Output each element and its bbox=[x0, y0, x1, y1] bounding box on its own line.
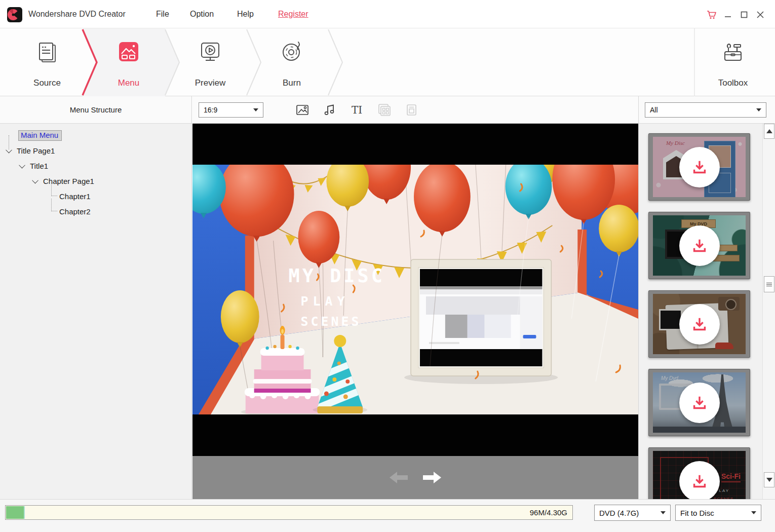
disc-type-value: DVD (4.7G) bbox=[599, 509, 639, 517]
chevron-down-icon bbox=[661, 511, 666, 514]
text-tool-icon[interactable]: TI bbox=[350, 103, 364, 117]
triangle-down-icon bbox=[766, 478, 772, 482]
image-icon[interactable] bbox=[295, 103, 309, 117]
download-button[interactable] bbox=[679, 383, 720, 423]
cart-icon[interactable] bbox=[705, 8, 718, 21]
minimize-icon[interactable] bbox=[721, 8, 734, 21]
menu-template-icon bbox=[114, 39, 143, 67]
tree-item-chapter2[interactable]: Chapter2 bbox=[0, 204, 191, 219]
step-menu[interactable]: Menu bbox=[96, 28, 162, 96]
template-filter-dropdown[interactable]: All bbox=[645, 102, 766, 118]
template-card-paris[interactable]: My Dvd bbox=[648, 369, 750, 436]
music-note-icon[interactable] bbox=[323, 103, 337, 117]
burn-disc-icon bbox=[278, 39, 306, 67]
menu-preview-canvas[interactable]: MY DISC PLAY SCENES bbox=[192, 124, 638, 499]
aspect-ratio-value: 16:9 bbox=[204, 106, 217, 114]
template-filter-header: All bbox=[639, 96, 775, 124]
app-title: Wondershare DVD Creator bbox=[28, 0, 126, 28]
tree-item-title-page1[interactable]: Title Page1 bbox=[0, 143, 191, 158]
step-burn[interactable]: Burn bbox=[259, 28, 325, 96]
tree-item-label: Title Page1 bbox=[17, 146, 55, 155]
menu-background-scene: MY DISC PLAY SCENES bbox=[192, 165, 638, 414]
tree-item-chapter1[interactable]: Chapter1 bbox=[0, 188, 191, 204]
tree-item-label: Chapter1 bbox=[59, 192, 91, 201]
template-filter-value: All bbox=[650, 106, 658, 114]
app-window: Wondershare DVD Creator File Option Help… bbox=[0, 0, 775, 532]
step-preview[interactable]: Preview bbox=[177, 28, 243, 96]
template-list: My Disc My DVD bbox=[639, 124, 762, 499]
download-icon bbox=[690, 472, 709, 491]
menu-structure-tree: Main Menu Title Page1 Title1 Chapter Pag… bbox=[0, 124, 191, 219]
menu-structure-panel: Menu Structure Main Menu Title Page1 Tit… bbox=[0, 96, 192, 499]
scrollbar-thumb[interactable] bbox=[764, 276, 774, 292]
template-card-baby-pink[interactable]: My Disc bbox=[648, 133, 750, 201]
step-burn-label: Burn bbox=[259, 78, 325, 88]
aspect-ratio-dropdown[interactable]: 16:9 bbox=[199, 102, 263, 118]
scroll-down-button[interactable] bbox=[764, 472, 774, 487]
menu-title-text[interactable]: MY DISC bbox=[289, 265, 385, 287]
scroll-up-button[interactable] bbox=[764, 124, 774, 139]
menu-option[interactable]: Option bbox=[190, 0, 214, 28]
tree-item-label: Chapter2 bbox=[59, 207, 91, 216]
step-source[interactable]: Source bbox=[14, 28, 80, 96]
menu-help[interactable]: Help bbox=[237, 0, 254, 28]
tree-item-title1[interactable]: Title1 bbox=[0, 158, 191, 173]
template-card-travel[interactable] bbox=[648, 290, 750, 358]
chevron-down-icon bbox=[253, 108, 258, 111]
fit-mode-value: Fit to Disc bbox=[680, 509, 714, 517]
menu-edit-toolbar: 16:9 TI bbox=[192, 96, 638, 124]
download-button[interactable] bbox=[679, 225, 720, 266]
triangle-up-icon bbox=[766, 129, 772, 133]
app-logo-icon bbox=[7, 7, 22, 22]
chevron-down-icon[interactable] bbox=[32, 177, 38, 183]
arrow-right-icon[interactable] bbox=[423, 472, 441, 483]
chevron-down-icon bbox=[751, 511, 756, 514]
letterbox-top bbox=[192, 124, 638, 165]
frames-grid-icon bbox=[377, 103, 392, 117]
menu-play-text[interactable]: PLAY bbox=[301, 294, 350, 309]
download-icon bbox=[690, 393, 709, 412]
download-button[interactable] bbox=[679, 461, 720, 500]
disc-type-dropdown[interactable]: DVD (4.7G) bbox=[594, 505, 671, 521]
letterbox-bottom bbox=[192, 414, 638, 456]
template-card-jungle[interactable]: My DVD bbox=[648, 212, 750, 279]
download-icon bbox=[690, 236, 709, 255]
template-scrollbar bbox=[762, 124, 775, 499]
menu-tv-frame bbox=[404, 259, 558, 384]
tree-item-main-menu[interactable]: Main Menu bbox=[0, 128, 191, 143]
toolbox-button[interactable]: Toolbox bbox=[700, 28, 766, 96]
step-menu-label: Menu bbox=[96, 78, 162, 88]
download-button[interactable] bbox=[679, 147, 720, 187]
capacity-progress-fill bbox=[6, 506, 25, 519]
template-card-scifi[interactable]: Sci-Fi PLAY SCENES bbox=[648, 447, 750, 499]
download-button[interactable] bbox=[679, 304, 720, 345]
tree-guide bbox=[51, 183, 57, 196]
preview-player-icon bbox=[196, 39, 224, 67]
step-source-label: Source bbox=[14, 78, 80, 88]
chevron-down-icon[interactable] bbox=[6, 146, 12, 153]
source-files-icon bbox=[33, 39, 61, 67]
tree-item-label: Title1 bbox=[30, 162, 48, 170]
menu-scenes-text[interactable]: SCENES bbox=[301, 314, 362, 329]
menu-register[interactable]: Register bbox=[278, 0, 308, 28]
chevron-down-icon bbox=[756, 108, 761, 111]
svg-text:TI: TI bbox=[352, 104, 362, 116]
chevron-down-icon[interactable] bbox=[19, 162, 25, 168]
template-panel: All My Disc bbox=[638, 96, 775, 499]
toolbox-icon bbox=[719, 39, 747, 67]
close-icon[interactable] bbox=[754, 8, 767, 21]
tree-item-chapter-page1[interactable]: Chapter Page1 bbox=[0, 173, 191, 188]
thumbnail-doc-icon bbox=[405, 103, 419, 117]
status-bar: 96M/4.30G DVD (4.7G) Fit to Disc bbox=[0, 499, 775, 532]
capacity-text: 96M/4.30G bbox=[530, 508, 567, 517]
menu-structure-header: Menu Structure bbox=[0, 96, 191, 124]
wizard-bar: Source Menu Preview bbox=[0, 28, 775, 96]
maximize-icon[interactable] bbox=[738, 8, 751, 21]
menu-page-nav bbox=[192, 456, 638, 499]
menu-file[interactable]: File bbox=[156, 0, 169, 28]
arrow-left-icon[interactable] bbox=[390, 472, 408, 483]
download-icon bbox=[690, 158, 709, 177]
fit-mode-dropdown[interactable]: Fit to Disc bbox=[675, 505, 761, 521]
capacity-progress-bar: 96M/4.30G bbox=[5, 505, 573, 520]
step-preview-label: Preview bbox=[177, 78, 243, 88]
